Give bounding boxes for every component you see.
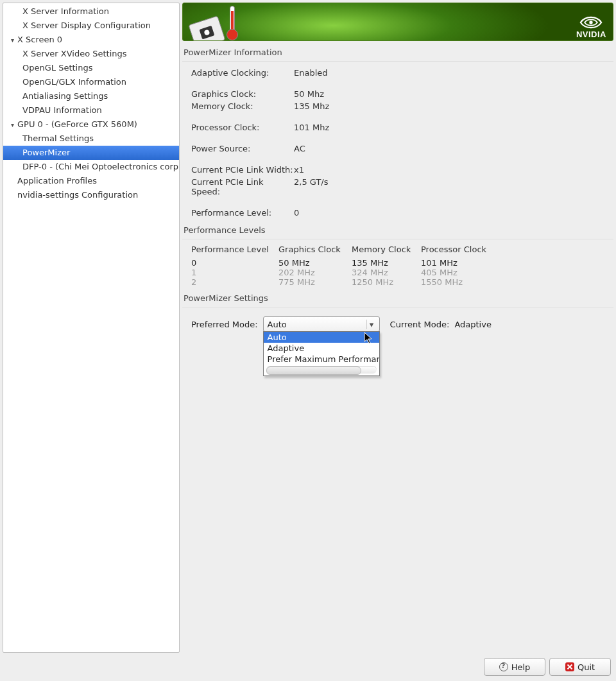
value-processor-clock: 101 Mhz bbox=[294, 121, 329, 134]
sidebar-item[interactable]: ▾GPU 0 - (GeForce GTX 560M) bbox=[3, 117, 179, 132]
help-button[interactable]: Help bbox=[484, 658, 545, 676]
section-title-levels: Performance Levels bbox=[184, 225, 613, 235]
tree-expander-icon[interactable]: ▾ bbox=[11, 118, 17, 132]
info-table: Adaptive Clocking: Enabled Graphics Cloc… bbox=[191, 67, 613, 219]
app-window: X Server InformationX Server Display Con… bbox=[0, 0, 616, 681]
nvidia-eye-icon bbox=[579, 15, 603, 30]
value-graphics-clock: 50 Mhz bbox=[294, 88, 324, 100]
table-cell: 2 bbox=[191, 277, 278, 287]
sidebar-item[interactable]: Thermal Settings bbox=[3, 132, 179, 146]
sidebar-item-label: PowerMizer bbox=[22, 148, 70, 157]
sidebar-item-label: DFP-0 - (Chi Mei Optoelectronics corp.) bbox=[22, 162, 179, 171]
preferred-mode-dropdown[interactable]: Auto Adaptive Prefer Maximum Performanc bbox=[263, 331, 380, 376]
table-cell: 324 MHz bbox=[352, 268, 421, 277]
sidebar-item[interactable]: Application Profiles bbox=[3, 174, 179, 188]
label-preferred-mode: Preferred Mode: bbox=[191, 320, 258, 329]
sidebar-item[interactable]: Antialiasing Settings bbox=[3, 89, 179, 103]
help-icon bbox=[499, 662, 508, 671]
value-pcie-width: x1 bbox=[294, 164, 304, 176]
value-adaptive-clocking: Enabled bbox=[294, 67, 328, 79]
col-header-proc: Processor Clock bbox=[421, 245, 511, 254]
table-cell: 1250 MHz bbox=[352, 277, 421, 287]
table-row: 2775 MHz1250 MHz1550 MHz bbox=[191, 277, 613, 287]
section-title-settings: PowerMizer Settings bbox=[184, 293, 613, 303]
label-processor-clock: Processor Clock: bbox=[191, 121, 294, 134]
table-cell: 50 MHz bbox=[278, 258, 352, 268]
sidebar-item-label: Thermal Settings bbox=[22, 134, 94, 143]
banner: NVIDIA bbox=[182, 3, 613, 41]
sidebar-item[interactable]: PowerMizer bbox=[3, 146, 179, 160]
sidebar-item[interactable]: X Server Display Configuration bbox=[3, 19, 179, 33]
dropdown-scrollbar[interactable] bbox=[266, 366, 377, 374]
label-adaptive-clocking: Adaptive Clocking: bbox=[191, 67, 294, 79]
label-graphics-clock: Graphics Clock: bbox=[191, 88, 294, 100]
label-perf-level: Performance Level: bbox=[191, 207, 294, 219]
chevron-down-icon: ▾ bbox=[366, 320, 377, 329]
content-pane: NVIDIA PowerMizer Information Adaptive C… bbox=[182, 3, 613, 653]
sidebar-item[interactable]: X Server Information bbox=[3, 4, 179, 19]
separator bbox=[182, 239, 613, 239]
quit-button-label: Quit bbox=[578, 662, 595, 672]
dropdown-option-adaptive[interactable]: Adaptive bbox=[264, 343, 379, 354]
separator bbox=[182, 61, 613, 62]
performance-levels-table: Performance Level Graphics Clock Memory … bbox=[191, 245, 613, 287]
sidebar-item[interactable]: VDPAU Information bbox=[3, 103, 179, 117]
svg-point-0 bbox=[590, 21, 593, 24]
preferred-mode-combobox[interactable]: Auto ▾ bbox=[263, 316, 380, 332]
sidebar-item[interactable]: nvidia-settings Configuration bbox=[3, 188, 179, 202]
table-cell: 775 MHz bbox=[278, 277, 352, 287]
table-cell: 0 bbox=[191, 258, 278, 268]
settings-row: Preferred Mode: Auto ▾ Auto Adaptive Pre… bbox=[191, 316, 613, 332]
help-button-label: Help bbox=[511, 662, 531, 672]
sidebar-item-label: X Screen 0 bbox=[17, 35, 62, 44]
value-pcie-speed: 2,5 GT/s bbox=[294, 176, 329, 198]
sidebar-item-label: X Server Display Configuration bbox=[22, 21, 151, 30]
sidebar-item-label: OpenGL Settings bbox=[22, 63, 93, 73]
dropdown-option-auto[interactable]: Auto bbox=[264, 332, 379, 343]
dropdown-option-max-performance[interactable]: Prefer Maximum Performanc bbox=[264, 354, 379, 365]
sidebar-item[interactable]: ▾X Screen 0 bbox=[3, 33, 179, 47]
tree-expander-icon[interactable]: ▾ bbox=[11, 33, 17, 47]
table-cell: 202 MHz bbox=[278, 268, 352, 277]
sidebar-item-label: Application Profiles bbox=[17, 176, 97, 185]
sidebar-item-label: OpenGL/GLX Information bbox=[22, 77, 126, 87]
sidebar-item-label: GPU 0 - (GeForce GTX 560M) bbox=[17, 119, 137, 129]
section-title-info: PowerMizer Information bbox=[184, 47, 613, 57]
label-current-mode: Current Mode: bbox=[390, 320, 450, 329]
value-current-mode: Adaptive bbox=[454, 320, 492, 329]
label-power-source: Power Source: bbox=[191, 142, 294, 155]
table-cell: 101 MHz bbox=[421, 258, 511, 268]
label-memory-clock: Memory Clock: bbox=[191, 100, 294, 112]
col-header-gfx: Graphics Clock bbox=[278, 245, 352, 254]
sidebar-item[interactable]: OpenGL/GLX Information bbox=[3, 75, 179, 89]
table-row: 1202 MHz324 MHz405 MHz bbox=[191, 268, 613, 277]
table-cell: 135 MHz bbox=[352, 258, 421, 268]
preferred-mode-value: Auto bbox=[268, 320, 287, 329]
close-icon bbox=[565, 662, 574, 671]
sidebar-item-label: X Server Information bbox=[22, 6, 109, 16]
label-pcie-width: Current PCIe Link Width: bbox=[191, 164, 294, 176]
body-row: X Server InformationX Server Display Con… bbox=[3, 3, 613, 653]
separator bbox=[182, 307, 613, 307]
sidebar-item-label: nvidia-settings Configuration bbox=[17, 190, 138, 200]
table-row: 050 MHz135 MHz101 MHz bbox=[191, 258, 613, 268]
value-memory-clock: 135 Mhz bbox=[294, 100, 329, 112]
table-cell: 1 bbox=[191, 268, 278, 277]
sidebar-item-label: VDPAU Information bbox=[22, 105, 102, 115]
table-header: Performance Level Graphics Clock Memory … bbox=[191, 245, 613, 254]
label-pcie-speed: Current PCIe Link Speed: bbox=[191, 176, 294, 198]
col-header-mem: Memory Clock bbox=[352, 245, 421, 254]
sidebar-item[interactable]: X Server XVideo Settings bbox=[3, 47, 179, 61]
sidebar-item[interactable]: OpenGL Settings bbox=[3, 61, 179, 75]
table-cell: 405 MHz bbox=[421, 268, 511, 277]
col-header-level: Performance Level bbox=[191, 245, 278, 254]
sidebar-item[interactable]: DFP-0 - (Chi Mei Optoelectronics corp.) bbox=[3, 160, 179, 174]
table-cell: 1550 MHz bbox=[421, 277, 511, 287]
sidebar-item-label: Antialiasing Settings bbox=[22, 91, 108, 101]
quit-button[interactable]: Quit bbox=[549, 658, 611, 676]
sidebar-tree[interactable]: X Server InformationX Server Display Con… bbox=[3, 3, 180, 653]
nvidia-logo: NVIDIA bbox=[576, 15, 606, 40]
sidebar-item-label: X Server XVideo Settings bbox=[22, 49, 127, 58]
banner-left bbox=[189, 6, 239, 40]
footer: Help Quit bbox=[3, 653, 613, 678]
